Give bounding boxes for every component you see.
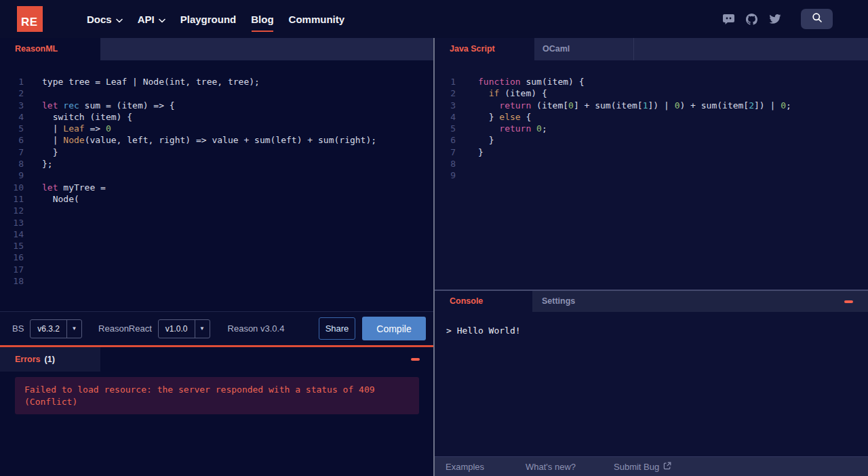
line-number: 14 xyxy=(0,229,24,240)
code-line: 17 xyxy=(0,264,433,275)
code-line: 10let myTree = xyxy=(0,182,433,193)
line-number: 4 xyxy=(0,111,24,123)
nav-menu: DocsAPIPlaygroundBlogCommunity xyxy=(87,0,344,38)
line-number: 5 xyxy=(0,123,24,134)
submit-bug-link[interactable]: Submit Bug xyxy=(614,457,671,476)
collapse-console-icon[interactable] xyxy=(844,300,853,303)
code-line: 1function sum(item) { xyxy=(435,76,868,87)
line-number: 8 xyxy=(0,158,24,170)
code-line: 5 | Leaf => 0 xyxy=(0,123,433,134)
errors-count: (1) xyxy=(45,355,55,364)
line-number: 11 xyxy=(0,193,24,205)
line-number: 7 xyxy=(0,146,24,158)
code-line: 18 xyxy=(0,275,433,287)
nav-item-label: Blog xyxy=(251,14,273,25)
bs-label: BS xyxy=(12,323,24,334)
line-number: 10 xyxy=(0,182,24,193)
line-number: 1 xyxy=(435,76,456,87)
nav-item-label: API xyxy=(138,14,155,25)
code-line: 6 } xyxy=(435,134,868,146)
examples-link[interactable]: Examples xyxy=(446,457,484,476)
code-line: 6 | Node(value, left, right) => value + … xyxy=(0,134,433,146)
error-message-line1: Failed to load resource: the server resp… xyxy=(24,384,410,396)
external-link-icon xyxy=(663,462,671,472)
reason-editor[interactable]: 1type tree = Leaf | Node(int, tree, tree… xyxy=(0,60,433,311)
reasonreact-label: ReasonReact xyxy=(98,323,152,334)
line-number: 8 xyxy=(435,158,456,170)
code-line: 14 xyxy=(0,229,433,240)
errors-panel: Errors (1) Failed to load resource: the … xyxy=(0,347,433,476)
line-number: 1 xyxy=(0,76,24,87)
nav-item-api[interactable]: API xyxy=(138,12,165,26)
reasonreact-version-dropdown[interactable]: v1.0.0 ▼ xyxy=(158,319,210,338)
reason-version-text: Reason v3.0.4 xyxy=(228,323,285,334)
panel-divider[interactable] xyxy=(433,38,435,476)
nav-item-label: Community xyxy=(289,14,345,25)
nav-item-blog[interactable]: Blog xyxy=(251,12,273,26)
code-line: 8 xyxy=(435,158,868,170)
editor-toolbar: BS v6.3.2 ▼ ReasonReact v1.0.0 ▼ Reason … xyxy=(0,311,433,345)
nav-item-label: Playground xyxy=(180,14,237,25)
nav-item-label: Docs xyxy=(87,14,112,25)
collapse-errors-icon[interactable] xyxy=(411,358,420,361)
playground-footer: Examples What's new? Submit Bug xyxy=(435,456,868,476)
code-line: 16 xyxy=(0,252,433,263)
bs-version-dropdown[interactable]: v6.3.2 ▼ xyxy=(30,319,82,338)
navbar-right xyxy=(723,0,833,38)
tab-reasonml[interactable]: ReasonML xyxy=(0,38,100,60)
line-number: 5 xyxy=(435,123,456,134)
javascript-editor[interactable]: 1function sum(item) {2 if (item) {3 retu… xyxy=(435,60,868,290)
line-number: 2 xyxy=(0,87,24,99)
line-number: 3 xyxy=(0,100,24,111)
code-line: 3let rec sum = (item) => { xyxy=(0,100,433,111)
code-line: 8}; xyxy=(0,158,433,170)
reasonml-playground: RE DocsAPIPlaygroundBlogCommunity Reason… xyxy=(0,0,868,476)
line-number: 2 xyxy=(435,87,456,99)
reason-logo[interactable]: RE xyxy=(17,6,43,32)
code-line: 2 if (item) { xyxy=(435,87,868,99)
compile-button[interactable]: Compile xyxy=(362,317,426,340)
whats-new-link[interactable]: What's new? xyxy=(526,457,576,476)
line-number: 4 xyxy=(435,111,456,123)
twitter-icon[interactable] xyxy=(769,14,781,24)
reasonreact-version-value: v1.0.0 xyxy=(159,324,195,334)
line-number: 17 xyxy=(0,264,24,275)
chevron-down-icon xyxy=(116,14,123,25)
line-number: 9 xyxy=(435,170,456,181)
javascript-code: 1function sum(item) {2 if (item) {3 retu… xyxy=(435,60,868,182)
bs-version-value: v6.3.2 xyxy=(31,324,66,334)
line-number: 3 xyxy=(435,100,456,111)
code-line: 2 xyxy=(0,87,433,99)
line-number: 6 xyxy=(0,134,24,146)
code-line: 1type tree = Leaf | Node(int, tree, tree… xyxy=(0,76,433,87)
github-icon[interactable] xyxy=(746,14,757,25)
tab-settings[interactable]: Settings xyxy=(532,291,634,312)
code-line: 5 return 0; xyxy=(435,123,868,134)
search-icon xyxy=(812,12,823,26)
tab-javascript[interactable]: Java Script xyxy=(435,38,534,60)
errors-title: Errors xyxy=(15,355,41,364)
code-line: 9 xyxy=(435,170,868,181)
nav-item-docs[interactable]: Docs xyxy=(87,12,123,26)
code-line: 3 return (item[0] + sum(item[1]) | 0) + … xyxy=(435,100,868,111)
reason-code: 1type tree = Leaf | Node(int, tree, tree… xyxy=(0,60,433,287)
tab-console[interactable]: Console xyxy=(435,291,532,312)
line-number: 6 xyxy=(435,134,456,146)
code-line: 7 } xyxy=(0,146,433,158)
submit-bug-label: Submit Bug xyxy=(614,462,659,472)
discord-icon[interactable] xyxy=(723,14,734,24)
code-line: 12 xyxy=(0,205,433,216)
line-number: 13 xyxy=(0,217,24,229)
nav-item-playground[interactable]: Playground xyxy=(180,12,237,26)
nav-item-community[interactable]: Community xyxy=(289,12,345,26)
code-line: 4 switch (item) { xyxy=(0,111,433,123)
tab-ocaml[interactable]: OCaml xyxy=(534,38,634,60)
chevron-down-icon xyxy=(159,14,165,25)
code-line: 7} xyxy=(435,146,868,158)
search-button[interactable] xyxy=(801,9,833,29)
console-body: > Hello World! xyxy=(435,312,868,456)
errors-tab[interactable]: Errors (1) xyxy=(0,347,100,372)
console-output: > Hello World! xyxy=(446,325,521,336)
code-line: 13 xyxy=(0,217,433,229)
share-button[interactable]: Share xyxy=(319,317,355,340)
